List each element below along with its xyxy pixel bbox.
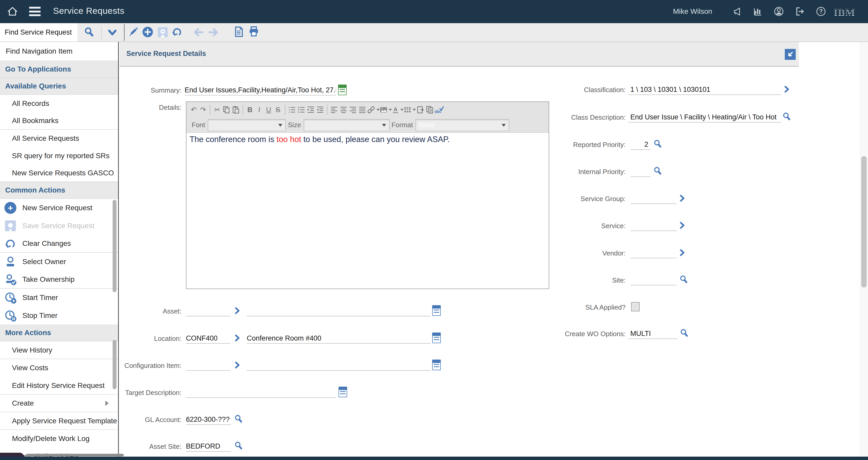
reported-priority-lookup-icon[interactable] <box>653 139 663 150</box>
spell-check-icon[interactable]: abc <box>435 104 444 116</box>
service-group-field[interactable] <box>630 193 677 204</box>
collapse-section-button[interactable] <box>785 49 796 60</box>
site-lookup-icon[interactable] <box>679 275 690 286</box>
export-icon[interactable] <box>416 104 425 116</box>
asset-chevron-icon[interactable] <box>234 307 241 314</box>
action-apply-sr-template[interactable]: Apply Service Request Template <box>0 412 118 430</box>
align-center-icon[interactable] <box>339 104 348 116</box>
action-save-service-request[interactable]: Save Service Request <box>0 217 118 235</box>
site-field[interactable] <box>630 275 677 285</box>
target-description-detail-menu-icon[interactable] <box>339 386 347 397</box>
internal-priority-field[interactable] <box>630 166 650 177</box>
configuration-item-detail-menu-icon[interactable] <box>432 360 441 370</box>
action-start-timer[interactable]: Start Timer <box>0 289 118 307</box>
copy-page-icon[interactable] <box>425 104 435 116</box>
service-chevron-icon[interactable] <box>679 222 686 229</box>
align-left-icon[interactable] <box>330 104 339 116</box>
font-select[interactable] <box>208 119 286 131</box>
outdent-icon[interactable] <box>315 104 325 116</box>
action-clear-changes[interactable]: Clear Changes <box>0 235 118 253</box>
bullet-list-icon[interactable] <box>297 104 306 116</box>
action-modify-delete-work-log[interactable]: Modify/Delete Work Log <box>0 430 118 448</box>
undo-icon[interactable]: ↶ <box>189 104 198 116</box>
report-icon[interactable] <box>233 26 244 37</box>
save-icon[interactable] <box>157 27 168 38</box>
menu-icon[interactable] <box>29 7 40 16</box>
align-justify-icon[interactable] <box>358 104 367 116</box>
location-detail-menu-icon[interactable] <box>432 333 441 343</box>
link-icon[interactable] <box>367 104 380 116</box>
horizontal-scrollbar-thumb[interactable] <box>26 454 124 456</box>
next-record-icon[interactable] <box>207 27 219 38</box>
text-color-icon[interactable]: A <box>392 104 404 116</box>
action-edit-history-sr[interactable]: Edit History Service Request <box>0 377 118 395</box>
create-wo-options-lookup-icon[interactable] <box>679 328 690 339</box>
class-description-field[interactable]: End User Issue \ Facility \ Heating/Air … <box>628 112 781 122</box>
summary-field[interactable]: End User Issues,Facility,Heating/Air,Too… <box>185 85 336 95</box>
asset-description-field[interactable] <box>247 306 431 316</box>
edit-icon[interactable] <box>127 26 139 38</box>
action-new-service-request[interactable]: + New Service Request <box>0 199 118 217</box>
format-select[interactable]: None <box>415 119 509 131</box>
configuration-item-description-field[interactable] <box>247 360 431 371</box>
target-description-field[interactable] <box>186 387 337 398</box>
user-name[interactable]: Mike Wilson <box>673 7 712 16</box>
print-icon[interactable] <box>248 26 259 37</box>
asset-field[interactable] <box>186 306 230 316</box>
strikethrough-icon[interactable]: S <box>273 104 283 116</box>
service-field[interactable] <box>630 220 677 231</box>
help-icon[interactable]: ? <box>815 6 827 17</box>
service-group-chevron-icon[interactable] <box>679 195 686 202</box>
go-to-applications-header[interactable]: Go To Applications <box>0 61 118 78</box>
sla-applied-checkbox[interactable] <box>631 302 640 311</box>
action-view-history[interactable]: View History <box>0 341 118 359</box>
align-right-icon[interactable] <box>348 104 358 116</box>
new-record-icon[interactable] <box>142 26 153 38</box>
action-create[interactable]: Create <box>0 395 118 412</box>
classification-field[interactable]: 1 \ 103 \ 10301 \ 1030101 <box>628 84 781 95</box>
chevron-down-icon[interactable] <box>106 28 118 39</box>
class-description-lookup-icon[interactable] <box>782 112 793 123</box>
vertical-scrollbar-thumb[interactable] <box>861 156 867 287</box>
query-all-service-requests[interactable]: All Service Requests <box>0 130 118 147</box>
italic-icon[interactable]: I <box>255 104 264 116</box>
profile-icon[interactable] <box>773 6 784 17</box>
bold-icon[interactable]: B <box>245 104 255 116</box>
image-icon[interactable] <box>380 104 392 116</box>
find-service-request-input[interactable] <box>0 23 78 41</box>
underline-icon[interactable]: U <box>264 104 273 116</box>
asset-detail-menu-icon[interactable] <box>432 305 441 316</box>
sidebar-scrollbar-thumb[interactable] <box>113 340 117 389</box>
previous-record-icon[interactable] <box>193 27 205 38</box>
size-select[interactable] <box>304 119 390 131</box>
location-description-field[interactable]: Conference Room #400 <box>247 333 431 344</box>
create-wo-options-field[interactable]: MULTI <box>628 328 677 339</box>
cut-icon[interactable]: ✂ <box>212 104 222 116</box>
asset-site-field[interactable]: BEDFORD <box>186 441 231 452</box>
internal-priority-lookup-icon[interactable] <box>653 166 663 177</box>
redo-icon[interactable]: ↷ <box>198 104 208 116</box>
location-field[interactable]: CONF400 <box>186 333 230 344</box>
action-view-costs[interactable]: View Costs <box>0 359 118 377</box>
classification-chevron-icon[interactable] <box>784 86 790 93</box>
home-icon[interactable] <box>6 5 19 18</box>
reported-priority-field[interactable]: 2 <box>630 139 650 150</box>
query-new-sr-gasco[interactable]: New Service Requests GASCO <box>0 165 118 182</box>
details-editor-content[interactable]: The conference room is too hot to be use… <box>186 133 549 289</box>
query-all-bookmarks[interactable]: All Bookmarks <box>0 112 118 130</box>
gl-account-lookup-icon[interactable] <box>234 414 244 425</box>
copy-icon[interactable] <box>222 104 231 116</box>
gl-account-field[interactable]: 6220-300-??? <box>186 414 231 425</box>
long-description-icon[interactable] <box>338 85 347 95</box>
clear-changes-icon[interactable] <box>172 26 183 37</box>
asset-site-lookup-icon[interactable] <box>234 441 244 452</box>
configuration-item-field[interactable] <box>186 360 230 371</box>
action-select-owner[interactable]: Select Owner <box>0 253 118 270</box>
available-queries-header[interactable]: Available Queries <box>0 78 118 95</box>
location-chevron-icon[interactable] <box>234 334 241 342</box>
logout-icon[interactable] <box>794 6 806 17</box>
table-icon[interactable] <box>404 104 416 116</box>
action-stop-timer[interactable]: Stop Timer <box>0 307 118 324</box>
query-all-records[interactable]: All Records <box>0 95 118 112</box>
configuration-item-chevron-icon[interactable] <box>234 362 241 369</box>
